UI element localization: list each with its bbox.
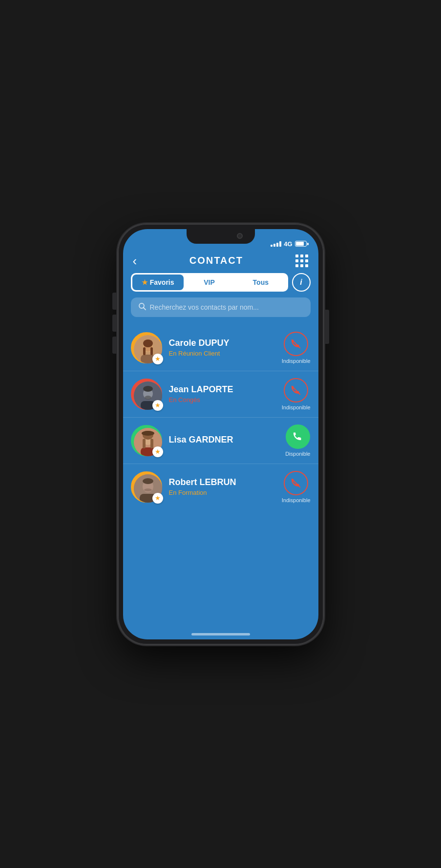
info-button[interactable]: i — [292, 273, 311, 292]
svg-line-1 — [144, 308, 146, 310]
svg-rect-20 — [143, 439, 146, 448]
avatar-robert: ★ — [131, 471, 162, 503]
call-status-label: Indisponible — [282, 497, 311, 503]
tabs-container: ★ Favoris VIP Tous — [131, 273, 288, 292]
contact-info-lisa: Lisa GARDNER — [169, 435, 279, 446]
contact-item[interactable]: ★ Jean LAPORTE En Congés Indis — [123, 371, 318, 418]
page-title: CONTACT — [189, 255, 243, 266]
contact-status: En Réunion Client — [169, 350, 275, 357]
search-bar[interactable]: Recherchez vos contacts par nom... — [131, 297, 311, 317]
back-button[interactable]: ‹ — [133, 254, 137, 267]
app-content: ‹ CONTACT ★ — [123, 251, 318, 639]
call-status-label: Disponible — [285, 451, 310, 457]
tab-tous[interactable]: Tous — [235, 275, 286, 290]
call-button[interactable] — [284, 332, 308, 356]
contact-name: Lisa GARDNER — [169, 435, 279, 445]
call-status-label: Indisponible — [282, 404, 311, 410]
contact-status: En Formation — [169, 489, 275, 496]
battery-icon — [295, 241, 309, 247]
header: ‹ CONTACT — [123, 251, 318, 273]
call-button[interactable] — [284, 471, 308, 495]
call-status-label: Indisponible — [282, 358, 311, 364]
contact-info-jean: Jean LAPORTE En Congés — [169, 384, 275, 403]
svg-rect-21 — [150, 439, 153, 448]
phone-screen: 4G ‹ CONTACT — [123, 229, 318, 639]
contact-item[interactable]: ★ Carole DUPUY En Réunion Client — [123, 325, 318, 371]
svg-point-14 — [145, 396, 151, 400]
camera — [237, 233, 243, 239]
contact-item[interactable]: ★ Robert LEBRUN En Formation I — [123, 464, 318, 510]
favorite-star: ★ — [152, 493, 163, 504]
network-label: 4G — [284, 240, 292, 248]
notch — [187, 229, 255, 244]
svg-point-13 — [143, 386, 153, 392]
favorite-star: ★ — [152, 446, 163, 457]
svg-rect-8 — [150, 347, 153, 355]
call-button[interactable] — [284, 378, 308, 402]
avatar-lisa: ★ — [131, 425, 162, 456]
svg-point-27 — [144, 488, 152, 491]
call-button-wrap: Disponible — [285, 424, 310, 457]
contact-info-robert: Robert LEBRUN En Formation — [169, 477, 275, 496]
contact-name: Robert LEBRUN — [169, 477, 275, 487]
svg-point-6 — [143, 339, 153, 347]
svg-rect-7 — [143, 347, 146, 355]
signal-icon — [271, 241, 281, 247]
contact-name: Jean LAPORTE — [169, 384, 275, 395]
svg-point-26 — [143, 478, 153, 484]
contact-list: ★ Carole DUPUY En Réunion Client — [123, 321, 318, 625]
star-icon: ★ — [142, 278, 148, 286]
home-bar — [191, 633, 250, 635]
contact-info-carole: Carole DUPUY En Réunion Client — [169, 338, 275, 357]
tab-favoris[interactable]: ★ Favoris — [132, 275, 184, 290]
phone-frame: 4G ‹ CONTACT — [118, 224, 323, 644]
call-button-wrap: Indisponible — [282, 378, 311, 410]
avatar-jean: ★ — [131, 379, 162, 410]
search-icon — [138, 302, 146, 312]
grid-icon[interactable] — [295, 254, 308, 267]
tab-vip[interactable]: VIP — [184, 275, 235, 290]
tabs-row: ★ Favoris VIP Tous i — [123, 273, 318, 292]
call-button[interactable] — [286, 424, 310, 449]
contact-item[interactable]: ★ Lisa GARDNER Disponible — [123, 418, 318, 464]
search-placeholder: Recherchez vos contacts par nom... — [150, 303, 259, 311]
contact-status: En Congés — [169, 396, 275, 403]
call-button-wrap: Indisponible — [282, 332, 311, 364]
call-button-wrap: Indisponible — [282, 471, 311, 503]
avatar-carole: ★ — [131, 332, 162, 363]
contact-name: Carole DUPUY — [169, 338, 275, 348]
favorite-star: ★ — [152, 354, 163, 364]
home-indicator — [123, 625, 318, 639]
favorite-star: ★ — [152, 400, 163, 411]
svg-point-22 — [142, 431, 154, 436]
